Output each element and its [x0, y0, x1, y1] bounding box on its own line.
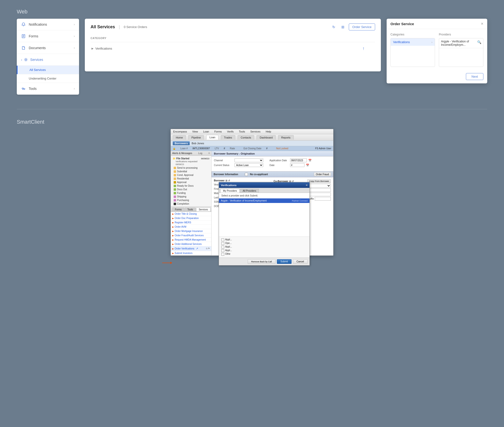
pipeline-item-docs-out[interactable]: Docs Out [172, 188, 210, 191]
providers-search-icon[interactable]: 🔍 [477, 40, 481, 44]
order-mortgage-insurance[interactable]: ▶ Order Mortgage Insurance [171, 229, 211, 233]
main-panel: All Services | 0 Service Orders ↻ ⊞ Orde… [85, 19, 381, 71]
order-avm[interactable]: ▶ Order AVM [171, 225, 211, 229]
tab-loan[interactable]: Loan [206, 135, 218, 140]
order-service-close-icon[interactable]: × [481, 22, 483, 26]
pipeline-item-submittal[interactable]: Submittal [172, 170, 210, 173]
order-title-arrow-icon: ▶ [172, 213, 174, 215]
next-button[interactable]: Next [466, 73, 483, 80]
order-verif-label: Order Verifications [175, 247, 194, 250]
layout-icon[interactable]: ⊞ [340, 24, 346, 30]
menu-tools[interactable]: Tools [238, 130, 246, 133]
tab-home[interactable]: Home [173, 135, 186, 140]
verifications-category-item[interactable]: Verifications › [391, 38, 435, 46]
order-fraud-button[interactable]: Order Fraud [314, 172, 331, 176]
current-status-select[interactable]: Active Loan [234, 163, 263, 167]
refresh-icon[interactable]: ↻ [331, 24, 337, 30]
completion-label: Completion [177, 202, 189, 205]
providers-listbox[interactable]: Argyle - Verification of Income/Employm.… [439, 38, 483, 67]
tools-icon [21, 86, 26, 91]
est-closing-value: # [266, 147, 268, 150]
menu-verifs[interactable]: Verifs [226, 130, 235, 133]
forms-bottom-tab[interactable]: Forms [172, 207, 184, 211]
order-doc-preparation[interactable]: ▶ Order Doc Preparation [171, 216, 211, 221]
flag-icon: ⚑ [208, 247, 210, 250]
sidebar-item-documents[interactable]: Documents › [17, 42, 79, 54]
submit-investors[interactable]: ▶ Submit Investors [171, 251, 211, 255]
services-bottom-tab[interactable]: Services [196, 207, 211, 211]
sidebar-item-notifications[interactable]: Notifications › [17, 19, 79, 30]
copy-icon[interactable]: ⧉ [208, 152, 210, 154]
pipeline-item-funding[interactable]: Funding [172, 191, 210, 195]
sidebar-item-forms[interactable]: Forms › [17, 30, 79, 42]
sidebar-services-header[interactable]: ‹ Services [17, 54, 79, 66]
menu-encompass[interactable]: Encompass [172, 130, 188, 133]
pipeline-item-ready-docs[interactable]: Ready for Docs [172, 184, 210, 188]
menu-services[interactable]: Services [249, 130, 261, 133]
order-additional-services[interactable]: ▶ Order Additional Services [171, 242, 211, 246]
my-providers-tab[interactable]: My Providers [220, 189, 240, 193]
request-hmda[interactable]: ▶ Request HMDA Management [171, 238, 211, 242]
tab-pipeline[interactable]: Pipeline [188, 135, 204, 140]
pipeline-item-residential[interactable]: Residential [172, 177, 210, 180]
verif-cancel-btn[interactable]: Cancel [293, 259, 308, 264]
order-verifications[interactable]: ▶ Order Verifications ↗ ⧉ ⚑ [171, 246, 211, 251]
date-input[interactable] [290, 163, 304, 167]
menu-loan[interactable]: Loan [202, 130, 210, 133]
verif-submit-btn[interactable]: Submit [277, 259, 292, 264]
remove-back-btn[interactable]: Remove Back by Call [248, 259, 276, 264]
borrowers-button[interactable]: Borrowers [173, 141, 190, 145]
order-service-button[interactable]: Order Service [349, 23, 375, 30]
order-title-closing[interactable]: ▶ Order Title & Closing [171, 212, 211, 216]
copy-from-borrower-btn[interactable]: Copy From Borrower [307, 179, 331, 183]
borrower-info-label: Borrower Information [214, 173, 238, 176]
checkbox-appl3[interactable] [221, 249, 224, 252]
checkbox-othe[interactable] [221, 253, 224, 256]
sidebar-sub-all-services[interactable]: All Services [17, 66, 79, 74]
pipeline-item-send[interactable]: Send to processing [172, 166, 210, 170]
register-mers-arrow-icon: ▶ [172, 221, 174, 224]
date-calendar-icon[interactable]: 📅 [306, 164, 309, 167]
verifications-category[interactable]: ▶ Verifications ↑ [90, 44, 375, 53]
all-providers-tab[interactable]: All Providers [240, 189, 259, 193]
tab-reports[interactable]: Reports [278, 135, 294, 140]
sc-tabbar: Home Pipeline Loan Trades Contacts Dashb… [171, 134, 333, 141]
menu-help[interactable]: Help [265, 130, 272, 133]
field-appl2: Appl... [225, 245, 232, 248]
file-started-label: File Started [176, 157, 189, 160]
sidebar-forms-label: Forms [29, 34, 38, 38]
submittal-label: Submittal [177, 170, 187, 173]
not-locked-status: Not Locked [276, 147, 288, 150]
pipeline-item-purchasing[interactable]: Purchasing [172, 198, 210, 202]
tab-trades[interactable]: Trades [221, 135, 235, 140]
sidebar: Notifications › Forms › [17, 19, 79, 95]
suffix-input-c[interactable] [315, 197, 331, 201]
tools-bottom-tab[interactable]: Tools [185, 207, 196, 211]
alerts-tab[interactable]: Alerts & Messages [172, 152, 192, 154]
register-mers[interactable]: ▶ Register MERS [171, 221, 211, 225]
menu-view[interactable]: View [191, 130, 199, 133]
checkbox-appl1[interactable] [221, 238, 224, 241]
checkbox-appl2[interactable] [221, 246, 224, 249]
pipeline-item-shipping[interactable]: Shipping [172, 195, 210, 198]
pipeline-item-completion[interactable]: Completion [172, 202, 210, 206]
pipeline-item-cond-approval[interactable]: Cond. Approval [172, 173, 210, 177]
app-date-input[interactable] [290, 158, 307, 162]
tab-dashboard[interactable]: Dashboard [256, 135, 276, 140]
log-tab[interactable]: Log [198, 152, 203, 154]
sidebar-sub-underwriting[interactable]: Underwriting Center [17, 74, 79, 83]
categories-listbox[interactable]: Verifications › [391, 38, 435, 67]
approval-label: Approval [177, 181, 186, 183]
date2-label: 08/08/23 [172, 163, 210, 166]
sidebar-item-tools[interactable]: Tools › [17, 83, 79, 95]
no-co-applicant-checkbox[interactable] [245, 173, 248, 176]
rate-label: Rate [230, 147, 235, 150]
order-fraud-audit[interactable]: ▶ Order Fraud/Audit Services [171, 233, 211, 238]
channel-select[interactable] [234, 158, 263, 162]
calendar-icon[interactable]: 📅 [308, 159, 312, 162]
pipeline-item-approval[interactable]: Approval [172, 180, 210, 184]
checkbox-ope[interactable] [221, 242, 224, 245]
tab-contacts[interactable]: Contacts [238, 135, 254, 140]
menu-forms[interactable]: Forms [213, 130, 223, 133]
verif-close-icon[interactable]: × [306, 183, 308, 187]
